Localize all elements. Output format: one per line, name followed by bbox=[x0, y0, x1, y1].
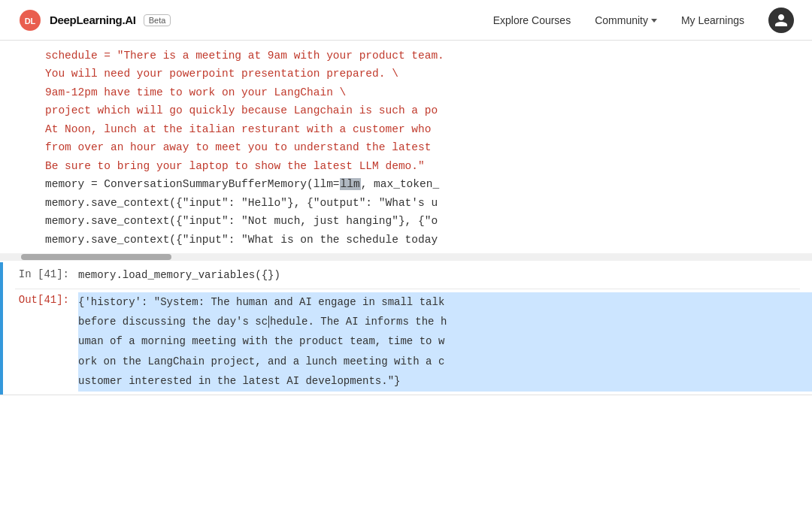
output-line-3: uman of a morning meeting with the produ… bbox=[78, 331, 812, 351]
chevron-down-icon bbox=[651, 19, 657, 23]
code-line-3: 9am-12pm have time to work on your LangC… bbox=[0, 83, 812, 101]
code-line-7: Be sure to bring your laptop to show the… bbox=[0, 157, 812, 175]
code-line-6: from over an hour away to meet you to un… bbox=[0, 138, 812, 156]
navbar-left: DL DeepLearning.AI Beta bbox=[18, 8, 171, 32]
output-line-5: ustomer interested in the latest AI deve… bbox=[78, 371, 812, 391]
code-line-11: memory.save_context({"input": "What is o… bbox=[0, 231, 812, 249]
svg-text:DL: DL bbox=[25, 17, 36, 26]
explore-courses-link[interactable]: Explore Courses bbox=[493, 14, 571, 26]
notebook-container: schedule = "There is a meeting at 9am wi… bbox=[0, 41, 812, 505]
code-line-2: You will need your powerpoint presentati… bbox=[0, 65, 812, 83]
output-row: Out[41]: {'history': "System: The human … bbox=[3, 289, 812, 395]
text-cursor bbox=[268, 316, 269, 328]
input-row: In [41]: memory.load_memory_variables({}… bbox=[3, 262, 812, 288]
code-line-5: At Noon, lunch at the italian resturant … bbox=[0, 120, 812, 138]
code-line-4: project which will go quickly because La… bbox=[0, 101, 812, 119]
output-label: Out[41]: bbox=[3, 292, 78, 306]
input-code[interactable]: memory.load_memory_variables({}) bbox=[78, 267, 812, 283]
user-avatar[interactable] bbox=[768, 8, 794, 33]
bottom-cell bbox=[0, 395, 812, 425]
output-content: {'history': "System: The human and AI en… bbox=[78, 292, 812, 392]
navbar: DL DeepLearning.AI Beta Explore Courses … bbox=[0, 0, 812, 41]
exec-cell: In [41]: memory.load_memory_variables({}… bbox=[0, 262, 812, 394]
code-cell-top: schedule = "There is a meeting at 9am wi… bbox=[0, 41, 812, 252]
input-label: In [41]: bbox=[3, 267, 78, 280]
brand-name: DeepLearning.AI bbox=[50, 14, 136, 26]
horizontal-scrollbar[interactable] bbox=[0, 253, 812, 261]
my-learnings-link[interactable]: My Learnings bbox=[681, 14, 744, 26]
community-link[interactable]: Community bbox=[595, 14, 657, 26]
beta-badge: Beta bbox=[144, 14, 171, 26]
code-line-8: memory = ConversationSummaryBufferMemory… bbox=[0, 175, 812, 193]
code-line-1: schedule = "There is a meeting at 9am wi… bbox=[0, 47, 812, 65]
output-line-2: before discussing the day's schedule. Th… bbox=[78, 312, 812, 331]
code-line-10: memory.save_context({"input": "Not much,… bbox=[0, 212, 812, 230]
notebook-inner: schedule = "There is a meeting at 9am wi… bbox=[0, 41, 812, 505]
output-line-1: {'history': "System: The human and AI en… bbox=[78, 292, 812, 312]
output-line-4: ork on the LangChain project, and a lunc… bbox=[78, 352, 812, 371]
code-line-9: memory.save_context({"input": "Hello"}, … bbox=[0, 194, 812, 212]
navbar-right: Explore Courses Community My Learnings bbox=[493, 8, 794, 33]
scrollbar-thumb[interactable] bbox=[21, 254, 171, 260]
logo-icon[interactable]: DL bbox=[18, 8, 42, 32]
